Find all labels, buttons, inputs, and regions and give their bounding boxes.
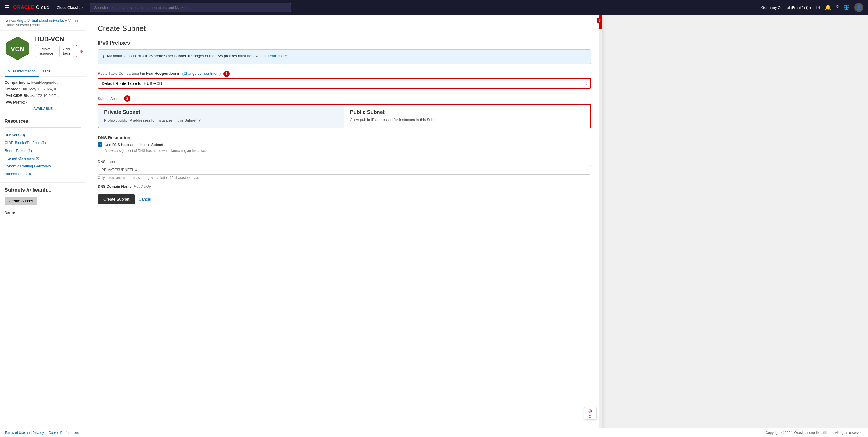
user-avatar[interactable]: 👤 [854, 3, 863, 12]
private-subnet-desc: Prohibit public IP addresses for Instanc… [104, 118, 338, 123]
grid-icon: ⠿ [589, 415, 591, 419]
footer: Terms of Use and Privacy Cookie Preferen… [0, 428, 868, 437]
tab-tags[interactable]: Tags [39, 66, 54, 77]
dns-label-helper: Only letters and numbers, starting with … [98, 176, 591, 180]
modal-title: Create Subnet [98, 24, 591, 33]
ipv6-section-title: IPv6 Prefixes [98, 40, 591, 46]
footer-links: Terms of Use and Privacy Cookie Preferen… [5, 431, 79, 435]
cloud-classic-button[interactable]: Cloud Classic > [53, 4, 87, 11]
terms-link[interactable]: Terms of Use and Privacy [5, 431, 44, 435]
ipv6-value: - [26, 100, 27, 105]
compartment-value: IwanHoogendo... [31, 80, 59, 85]
oracle-logo: ORACLE Cloud [13, 5, 50, 10]
ipv6-info-box: ℹ Maximum amount of 0 IPv6 prefixes per … [98, 50, 591, 64]
dns-domain-row: DNS Domain Name Read-only [98, 184, 591, 188]
name-column-header: Name [5, 208, 81, 216]
action-buttons: Create Subnet Cancel [98, 194, 591, 204]
vcn-info: HUB-VCN Move resource Add tags ⊘ [35, 35, 86, 61]
dns-label-section: DNS Label Only letters and numbers, star… [98, 159, 591, 180]
subnets-section: Subnets in Iwanh... Create Subnet Name [0, 182, 86, 221]
ipv4-value: 172.16.0.0/2... [36, 93, 60, 98]
subnets-title: Subnets in Iwanh... [5, 187, 81, 193]
change-compartment-link[interactable]: (Change compartment) [182, 71, 221, 76]
vcn-hexagon-logo: VCN [5, 35, 30, 61]
vcn-header: VCN HUB-VCN Move resource Add tags ⊘ [0, 31, 86, 66]
breadcrumb-vcn[interactable]: Virtual cloud networks [28, 19, 64, 23]
vcn-tabs: VCN Information Tags [0, 66, 86, 77]
region-selector[interactable]: Germany Central (Frankfurt) ▾ [762, 5, 811, 10]
subnet-access-badge: 2 [124, 95, 130, 102]
bell-icon[interactable]: 🔔 [825, 4, 831, 11]
ipv6-section: IPv6 Prefixes ℹ Maximum amount of 0 IPv6… [98, 40, 591, 64]
cloud-text: Cloud [36, 5, 50, 10]
info-icon: ℹ [102, 54, 104, 59]
tab-vcn-information[interactable]: VCN Information [5, 66, 39, 77]
private-subnet-option[interactable]: Private Subnet Prohibit public IP addres… [98, 105, 344, 128]
globe-icon[interactable]: 🌐 [843, 4, 849, 11]
dns-checkbox-subtext: Allows assignment of DNS hostname when l… [104, 149, 591, 153]
breadcrumb-networking[interactable]: Networking [5, 19, 23, 23]
dns-domain-label: DNS Domain Name [98, 184, 131, 188]
dns-label-field-label: DNS Label [98, 159, 591, 164]
cookies-link[interactable]: Cookie Preferences [49, 431, 79, 435]
add-tags-button[interactable]: Add tags [59, 45, 74, 57]
resource-link-subnets[interactable]: Subnets (0) [5, 131, 81, 139]
cancel-button[interactable]: Cancel [138, 197, 151, 202]
route-table-badge: 1 [223, 71, 230, 77]
oracle-text: ORACLE [13, 5, 34, 10]
scrollbar-badge: 3 [596, 17, 602, 24]
dns-checkbox[interactable] [98, 142, 102, 147]
subnet-access-section: Subnet Access 2 Private Subnet Prohibit … [98, 95, 591, 128]
ipv4-label: IPv4 CIDR Block: [5, 93, 35, 98]
compartment-label: Compartment: [5, 80, 30, 85]
nav-right: Germany Central (Frankfurt) ▾ ⊡ 🔔 ? 🌐 👤 [762, 3, 863, 12]
created-value: Thu, May 16, 2024, 0... [21, 87, 59, 91]
svg-text:VCN: VCN [11, 46, 24, 53]
route-table-label: Route Table Compartment in IwanHoogendoo… [98, 71, 591, 77]
display-icon[interactable]: ⊡ [816, 4, 820, 11]
resource-link-internet-gateways[interactable]: Internet Gateways (0) [5, 154, 81, 162]
private-subnet-check: ✓ [198, 118, 202, 123]
resource-link-cidr[interactable]: CIDR Blocks/Prefixes (1) [5, 139, 81, 147]
learn-more-link[interactable]: Learn more. [268, 54, 288, 58]
resource-link-route-tables[interactable]: Route Tables (1) [5, 147, 81, 154]
help-widget[interactable]: ⊕ ⠿ [584, 407, 596, 420]
resources-section: Resources Subnets (0) CIDR Blocks/Prefix… [0, 114, 86, 182]
ipv6-info-text: Maximum amount of 0 IPv6 prefixes per Su… [107, 54, 267, 58]
subnet-access-container: Private Subnet Prohibit public IP addres… [98, 104, 591, 128]
created-label: Created: [5, 87, 20, 91]
dns-domain-readonly: Read-only [134, 184, 151, 188]
copyright-text: Copyright © 2024, Oracle and/or its affi… [766, 431, 863, 435]
right-panel: 3 Create Subnet IPv6 Prefixes ℹ Maximum … [86, 15, 868, 437]
route-table-section: Route Table Compartment in IwanHoogendoo… [98, 71, 591, 89]
help-icon[interactable]: ? [836, 5, 839, 11]
dns-checkbox-row: Use DNS hostnames in this Subnet [98, 142, 591, 147]
vcn-name: HUB-VCN [35, 35, 86, 43]
lifebuoy-icon: ⊕ [588, 408, 592, 414]
create-subnet-button[interactable]: Create Subnet [5, 197, 37, 205]
left-panel: Networking » Virtual cloud networks » Vi… [0, 15, 86, 437]
resource-link-dynamic-routing[interactable]: Dynamic Routing Gateways [5, 162, 81, 170]
resources-title: Resources [5, 119, 81, 124]
dns-resolution-section: DNS Resolution Use DNS hostnames in this… [98, 135, 591, 153]
hamburger-menu[interactable]: ☰ [5, 4, 10, 11]
vcn-action-buttons: Move resource Add tags ⊘ [35, 45, 86, 57]
public-subnet-option[interactable]: Public Subnet Allow public IP addresses … [344, 105, 590, 128]
breadcrumb: Networking » Virtual cloud networks » Vi… [0, 15, 86, 31]
public-subnet-desc: Allow public IP addresses for Instances … [350, 118, 585, 122]
route-table-select[interactable]: Default Route Table for HUB-VCN [98, 78, 591, 89]
search-input[interactable] [90, 3, 291, 12]
resource-link-attachments[interactable]: Attachments (0) [5, 170, 81, 178]
dns-label-input[interactable] [98, 165, 591, 175]
create-subnet-submit-button[interactable]: Create Subnet [98, 194, 135, 204]
dns-checkbox-label: Use DNS hostnames in this Subnet [104, 143, 163, 147]
top-navigation: ☰ ORACLE Cloud Cloud Classic > Germany C… [0, 0, 868, 15]
subnet-access-label: Subnet Access 2 [98, 95, 591, 102]
route-table-select-wrapper: Default Route Table for HUB-VCN [98, 78, 591, 89]
ipv6-label: IPv6 Prefix: [5, 100, 25, 105]
move-resource-button[interactable]: Move resource [35, 45, 57, 57]
private-subnet-title: Private Subnet [104, 109, 338, 115]
status-badge: AVAILABLE [5, 107, 81, 111]
dns-resolution-title: DNS Resolution [98, 135, 591, 140]
delete-button[interactable]: ⊘ [76, 45, 86, 57]
